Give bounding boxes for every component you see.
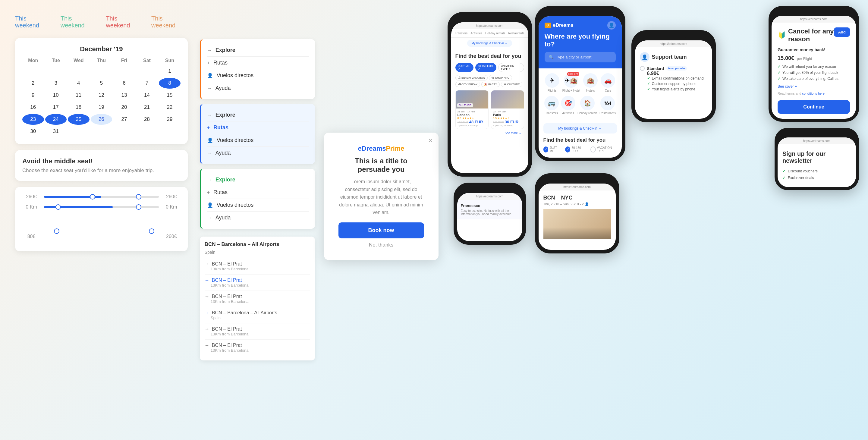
filter-vacation-2[interactable]: VACATION TYPE xyxy=(590,146,617,153)
sliders-card: 260€ 260€ 0 Km 0 Km xyxy=(15,187,188,251)
nav-restaurants[interactable]: Restaurants xyxy=(508,32,524,35)
icon-transfers[interactable]: 🚌 Transfers xyxy=(544,96,559,115)
filter-vacation[interactable]: VACATION TYPE ○ xyxy=(498,63,524,72)
menu-ayuda-1[interactable]: → Ayuda xyxy=(207,82,309,94)
weekend-tag-2[interactable]: This weekend xyxy=(61,15,97,29)
conditions-link[interactable]: conditions here xyxy=(802,92,825,95)
book-now-button[interactable]: Book now xyxy=(338,222,424,239)
icon-hotels[interactable]: 🏨 Hotels xyxy=(583,73,598,92)
cal-day-18[interactable]: 18 xyxy=(68,102,90,113)
see-more-button[interactable]: See more → xyxy=(456,129,524,137)
weekend-tag-1[interactable]: This weekend xyxy=(15,15,52,29)
menu-explore-1[interactable]: → Explore xyxy=(207,44,309,57)
deal-card-london[interactable]: CULTURE 21 Jan – 14 Feb London 8.5 ★★★★☆… xyxy=(456,90,489,129)
cal-day-2[interactable]: 2 xyxy=(22,78,44,89)
add-button[interactable]: Add xyxy=(834,27,850,37)
cal-day-9[interactable]: 9 xyxy=(22,90,44,101)
cal-day-26[interactable]: 26 xyxy=(91,114,113,125)
airport-item-6[interactable]: → BCN – El Prat 13Km from Barcelona xyxy=(205,340,310,356)
nav-transfers[interactable]: Transfers xyxy=(455,32,467,35)
cal-day-12[interactable]: 12 xyxy=(91,90,113,101)
menu-vuelos-2[interactable]: 👤 Vuelos directos xyxy=(207,134,309,147)
cancel-feature-1: ✓ We will refund you for any reason xyxy=(778,64,850,69)
cal-day-16[interactable]: 16 xyxy=(22,102,44,113)
checkin-btn-edreams[interactable]: My bookings & Check-in → xyxy=(544,123,617,133)
cal-day-24[interactable]: 24 xyxy=(45,114,67,125)
filter-50-150-2[interactable]: ✓ 50-150 EUR xyxy=(565,146,586,153)
cal-day-10[interactable]: 10 xyxy=(45,90,67,101)
cal-day-30[interactable]: 30 xyxy=(22,126,44,137)
icon-restaurants[interactable]: 🍽 Restaurants xyxy=(599,96,616,115)
cal-day-27[interactable]: 27 xyxy=(113,114,135,125)
airport-item-3[interactable]: → BCN – El Prat 13Km from Barcelona xyxy=(205,291,310,307)
edreams-search-field[interactable]: 🔍 Type a city or airport xyxy=(545,52,616,62)
weekend-tag-3[interactable]: This weekend xyxy=(106,15,142,29)
see-full-cover-button[interactable]: See cover ▾ xyxy=(778,84,850,89)
filter-just-me-2[interactable]: ✓ JUST ME xyxy=(544,146,561,153)
bcn-browser-bar: https://edreams.com xyxy=(538,184,616,190)
cal-day-20[interactable]: 20 xyxy=(113,102,135,113)
cal-day-11[interactable]: 11 xyxy=(68,90,90,101)
cal-day-23[interactable]: 23 xyxy=(22,114,44,125)
support-standard-option[interactable]: Standard Most popular 6.90€ ✓ E-mail con… xyxy=(640,63,707,94)
airport-item-2[interactable]: → BCN – El Prat 13Km from Barcelona xyxy=(205,275,310,291)
cal-day-22[interactable]: 22 xyxy=(159,102,181,113)
icon-activities[interactable]: 🎯 Activities xyxy=(561,96,575,115)
cal-day-13[interactable]: 13 xyxy=(113,90,135,101)
tag-culture[interactable]: 🏛 CULTURE xyxy=(501,82,522,87)
cal-day-21[interactable]: 21 xyxy=(136,102,158,113)
nav-activities[interactable]: Activities xyxy=(470,32,482,35)
cal-day-25[interactable]: 25 xyxy=(68,114,90,125)
cal-day-6[interactable]: 6 xyxy=(113,78,135,89)
airport-item-4[interactable]: → BCN – Barcelona – All Airports Spain xyxy=(205,307,310,323)
no-thanks-button[interactable]: No, thanks xyxy=(338,242,424,248)
cal-day-8[interactable]: 8 xyxy=(159,78,181,89)
menu-vuelos-3[interactable]: 👤 Vuelos directos xyxy=(207,199,309,212)
user-avatar-icon[interactable]: 👤 xyxy=(607,21,616,30)
cal-day-31[interactable]: 31 xyxy=(45,126,67,137)
weekend-tag-4[interactable]: This weekend xyxy=(151,15,188,29)
cal-day-29[interactable]: 29 xyxy=(159,114,181,125)
cal-day-19[interactable]: 19 xyxy=(91,102,113,113)
menu-rutas-3[interactable]: + Rutas xyxy=(207,186,309,199)
icon-cars[interactable]: 🚗 Cars xyxy=(601,73,615,92)
cal-day-14[interactable]: 14 xyxy=(136,90,158,101)
filter-just-me[interactable]: JUST ME ✓ xyxy=(456,63,473,72)
cal-day-7[interactable]: 7 xyxy=(136,78,158,89)
standard-radio[interactable] xyxy=(640,66,645,71)
cal-day-15[interactable]: 15 xyxy=(159,90,181,101)
cal-day-4[interactable]: 4 xyxy=(68,78,90,89)
tag-beach[interactable]: 🏖 BEACH VACATION xyxy=(456,75,488,81)
icon-flights[interactable]: ✈ Flights xyxy=(545,73,559,92)
icon-holiday-rentals[interactable]: 🏠 Holiday rentals xyxy=(578,96,597,115)
menu-explore-3[interactable]: → Explore xyxy=(207,174,309,186)
cal-day-5[interactable]: 5 xyxy=(91,78,113,89)
tag-party[interactable]: 🎉 PARTY xyxy=(481,82,500,87)
tag-city[interactable]: 🏙 CITY BREAK xyxy=(456,82,480,87)
slider-track-1[interactable] xyxy=(44,196,159,198)
deal-card-paris[interactable]: 03 – 07 Mar Paris 8.5 ★★★★☆ 120 EUR 36 E… xyxy=(491,90,524,129)
menu-ayuda-2[interactable]: → Ayuda xyxy=(207,147,309,159)
tag-shopping[interactable]: 🛍 SHOPPING xyxy=(489,75,512,81)
checkin-btn[interactable]: My bookings & Check-in → xyxy=(467,40,512,47)
menu-rutas-2[interactable]: + Rutas xyxy=(207,121,309,134)
cancel-browser-bar: https://edreams.com xyxy=(772,16,856,23)
continue-button[interactable]: Continue xyxy=(778,100,850,114)
cal-day-3[interactable]: 3 xyxy=(45,78,67,89)
phone-mockup-support: https://edreams.com 👤 Support team Stand… xyxy=(631,30,716,122)
filter-50-150[interactable]: 50-150 EUR ✓ xyxy=(475,63,496,72)
cal-day-17[interactable]: 17 xyxy=(45,102,67,113)
airport-item-1[interactable]: → BCN – El Prat 13Km from Barcelona xyxy=(205,258,310,275)
icon-flight-hotel[interactable]: ✈🏨 80% OFF Flight + Hotel xyxy=(562,73,580,92)
support-feature-2: ✓ Customer support by phone xyxy=(647,82,707,86)
menu-vuelos-1[interactable]: 👤 Vuelos directos xyxy=(207,69,309,82)
nav-holiday[interactable]: Holiday rentals xyxy=(485,32,505,35)
menu-ayuda-3[interactable]: → Ayuda xyxy=(207,212,309,224)
menu-rutas-1[interactable]: + Rutas xyxy=(207,57,309,69)
cal-day-28[interactable]: 28 xyxy=(136,114,158,125)
menu-explore-2[interactable]: → Explore xyxy=(207,109,309,121)
slider-track-2[interactable] xyxy=(44,206,159,208)
cal-day-1[interactable]: 1 xyxy=(159,66,181,76)
modal-close-button[interactable]: ✕ xyxy=(428,137,433,144)
airport-item-5[interactable]: → BCN – El Prat 13Km from Barcelona xyxy=(205,323,310,340)
